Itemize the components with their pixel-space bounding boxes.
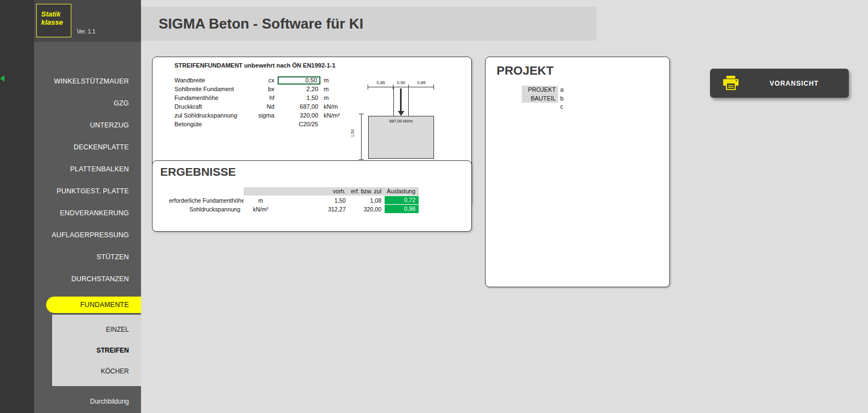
input-sohldruckspannung[interactable]: 320,00 <box>278 111 320 120</box>
sidebar-menu: WINKELSTÜTZMAUER GZG UNTERZUG DECKENPLAT… <box>34 70 141 386</box>
results-header-unit <box>244 187 278 196</box>
field-label: Sohlbreite Fundament <box>174 86 257 92</box>
sidebar-item-auflagerpressung[interactable]: AUFLAGERPRESSUNG <box>34 224 141 246</box>
result-row-unit: kN/m² <box>244 206 278 213</box>
field-label: Fundamenthöhe <box>174 94 257 101</box>
wall-line-left <box>393 87 394 116</box>
input-betonguete[interactable]: C20/25 <box>278 120 320 129</box>
field-label: Wandbreite <box>174 77 257 83</box>
field-symbol: cx <box>257 77 278 83</box>
sidebar-item-stuetzen[interactable]: STÜTZEN <box>34 246 141 268</box>
dim-label-height: 1,50 <box>351 130 354 137</box>
project-extra-input[interactable]: c <box>558 103 626 111</box>
submenu-item-streifen[interactable]: STREIFEN <box>52 340 141 361</box>
results-title: ERGEBNISSE <box>160 165 236 178</box>
field-unit: m <box>320 86 359 92</box>
printer-icon <box>722 76 740 91</box>
dim-label-left: 0,85 <box>368 80 393 85</box>
dim-line-height <box>361 114 362 160</box>
project-panel: PROJEKT PROJEKT a BAUTEIL b c <box>485 57 670 287</box>
dim-label-center: 0,50 <box>393 80 409 85</box>
input-fundamenthoehe[interactable]: 1,50 <box>278 94 320 102</box>
result-vorh-value: 1,50 <box>278 197 349 204</box>
load-value-label: 687,00 kN/m <box>368 119 434 124</box>
result-auslastung-badge: 0,98 <box>385 205 419 213</box>
sidebar-item-gzg[interactable]: GZG <box>34 92 141 114</box>
fundamente-submenu: EINZEL STREIFEN KÖCHER <box>52 315 141 386</box>
project-name-input[interactable]: a <box>558 86 626 94</box>
sidebar-item-punktgest-platte[interactable]: PUNKTGEST. PLATTE <box>34 180 141 202</box>
left-arrow-marker-icon <box>0 75 4 82</box>
field-symbol: bx <box>257 86 278 92</box>
preview-button-label: VORANSICHT <box>740 80 849 87</box>
input-wandbreite[interactable]: 0,50 <box>278 76 320 85</box>
load-arrow-icon <box>398 111 404 116</box>
result-auslastung-badge: 0,72 <box>385 196 419 204</box>
bauteil-input[interactable]: b <box>558 94 626 103</box>
project-field-label: PROJEKT <box>522 86 558 94</box>
sidebar-footer-durchbildung[interactable]: Durchbildung <box>90 398 129 405</box>
sidebar-item-plattenbalken[interactable]: PLATTENBALKEN <box>34 158 141 180</box>
result-erf-value: 320,00 <box>349 206 385 213</box>
sidebar: Statik klasse Ver. 1.1 WINKELSTÜTZMAUER … <box>34 0 141 413</box>
submenu-item-einzel[interactable]: EINZEL <box>52 319 141 340</box>
project-row: c <box>522 103 626 111</box>
sidebar-item-endverankerung[interactable]: ENDVERANKERUNG <box>34 202 141 224</box>
dim-tick <box>359 114 364 114</box>
wall-line-right <box>408 87 409 116</box>
results-header-vorh: vorh. <box>278 187 349 196</box>
result-erf-value: 1,08 <box>349 197 385 204</box>
version-label: Ver. 1.1 <box>77 29 95 35</box>
sidebar-item-deckenplatte[interactable]: DECKENPLATTE <box>34 136 141 158</box>
left-edge-strip <box>0 0 34 413</box>
project-field-label: BAUTEIL <box>522 94 558 103</box>
project-row: PROJEKT a <box>522 86 626 94</box>
results-panel: ERGEBNISSE vorh. erf. bzw. zul Auslastun… <box>152 160 472 232</box>
field-symbol: Nd <box>257 103 278 110</box>
dim-label-right: 0,85 <box>409 80 434 85</box>
statik-klasse-logo: Statik klasse <box>36 4 71 37</box>
field-label: Druckkraft <box>174 103 257 110</box>
header-band: SIGMA Beton - Software für KI <box>141 7 596 41</box>
sidebar-item-fundamente[interactable]: FUNDAMENTE <box>46 297 141 313</box>
page-title: SIGMA Beton - Software für KI <box>159 7 363 41</box>
submenu-item-koecher[interactable]: KÖCHER <box>52 361 141 382</box>
logo-area: Statik klasse Ver. 1.1 <box>34 0 141 42</box>
main-area: SIGMA Beton - Software für KI STREIFENFU… <box>141 0 868 413</box>
dim-tick <box>433 85 434 90</box>
form-title: STREIFENFUNDAMENT unbewehrt nach ÖN EN19… <box>174 62 335 69</box>
app-window: Statik klasse Ver. 1.1 WINKELSTÜTZMAUER … <box>0 0 868 413</box>
project-title: PROJEKT <box>497 64 554 78</box>
sidebar-item-durchstanzen[interactable]: DURCHSTANZEN <box>34 268 141 290</box>
load-arrow-shaft <box>400 88 402 111</box>
project-row: BAUTEIL b <box>522 94 626 103</box>
result-row-label: erforderliche Fundamenthöhe hf <box>169 197 244 204</box>
field-unit: kN/m <box>320 103 359 110</box>
field-label: Betongüte <box>174 121 257 127</box>
field-symbol: sigma <box>257 112 278 119</box>
result-row-unit: m <box>244 197 278 204</box>
result-row-label: Sohldruckspannung <box>169 206 244 213</box>
field-unit: kN/m² <box>320 112 359 119</box>
project-rows: PROJEKT a BAUTEIL b c <box>522 86 626 111</box>
input-druckkraft[interactable]: 687,00 <box>278 103 320 111</box>
logo-line1: Statik <box>41 10 71 18</box>
results-header-erf: erf. bzw. zul <box>349 187 385 196</box>
field-unit: m <box>320 77 359 83</box>
dim-line-top <box>368 87 434 87</box>
logo-line2: klasse <box>41 18 71 26</box>
field-unit: m <box>320 94 359 101</box>
project-field-label <box>522 103 558 111</box>
input-form: Wandbreite cx 0,50 m Sohlbreite Fundamen… <box>174 76 359 129</box>
sidebar-item-unterzug[interactable]: UNTERZUG <box>34 114 141 136</box>
results-table: vorh. erf. bzw. zul Auslastung erforderl… <box>169 187 419 213</box>
dim-tick <box>359 159 364 160</box>
sidebar-item-winkelstuetzmauer[interactable]: WINKELSTÜTZMAUER <box>34 70 141 92</box>
input-sohlbreite[interactable]: 2,20 <box>278 85 320 93</box>
results-header-auslastung: Auslastung <box>385 187 419 196</box>
field-label: zul Sohldruckspannung <box>174 112 257 119</box>
field-symbol: hf <box>257 94 278 101</box>
preview-button[interactable]: VORANSICHT <box>710 69 849 98</box>
result-vorh-value: 312,27 <box>278 206 349 213</box>
dim-tick <box>368 85 368 90</box>
